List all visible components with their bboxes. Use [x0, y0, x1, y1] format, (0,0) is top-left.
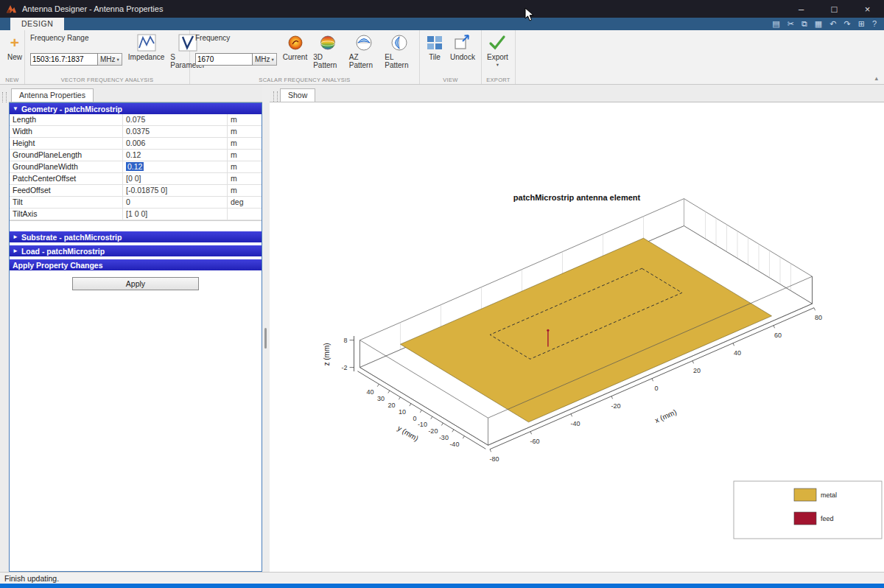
- frequency-label: Frequency: [195, 34, 277, 42]
- legend-swatch-metal: [794, 489, 816, 501]
- close-button[interactable]: ×: [851, 0, 884, 18]
- y-tick-label: 20: [387, 402, 395, 409]
- panel-splitter[interactable]: [262, 85, 270, 572]
- minimize-button[interactable]: –: [785, 0, 818, 18]
- help-icon[interactable]: ?: [872, 18, 877, 30]
- undock-button[interactable]: Undock: [447, 32, 478, 61]
- y-tick-mark: [399, 397, 400, 399]
- chevron-down-icon: ▾: [272, 57, 274, 63]
- tab-antenna-properties[interactable]: Antenna Properties: [11, 88, 94, 102]
- legend-label-metal: metal: [821, 491, 837, 499]
- property-row: GroundPlaneWidth0.12m: [10, 161, 262, 173]
- property-value[interactable]: [0 0]: [123, 173, 228, 184]
- application-window: Antenna Designer - Antenna Properties –□…: [0, 0, 884, 588]
- property-row: Length0.075m: [10, 114, 262, 126]
- pattern-3d-button[interactable]: 3D Pattern: [310, 32, 346, 69]
- y-tick-label: 10: [399, 408, 406, 416]
- antenna-3d-figure[interactable]: -80-60-40-20020406080403020100-10-20-30-…: [278, 102, 884, 572]
- redo-icon[interactable]: ↷: [843, 18, 850, 30]
- property-name: GroundPlaneLength: [10, 150, 123, 161]
- undock-icon: [453, 33, 472, 52]
- x-tick-label: -60: [530, 438, 539, 445]
- property-row: Height0.006m: [10, 138, 262, 150]
- workspace: Antenna Properties ▼ Geometry - patchMic…: [0, 85, 884, 572]
- undo-icon[interactable]: ↶: [829, 18, 836, 30]
- y-tick-label: -30: [439, 434, 449, 441]
- property-unit: deg: [228, 197, 262, 208]
- property-value[interactable]: [-0.01875 0]: [123, 185, 228, 196]
- section-label-scalar: SCALAR FREQUENCY ANALYSIS: [190, 77, 419, 83]
- export-button[interactable]: Export ▾: [484, 32, 511, 68]
- impedance-button[interactable]: Impedance: [125, 32, 167, 61]
- x-tick-label: 40: [734, 349, 741, 357]
- az-pattern-button[interactable]: AZ Pattern: [346, 32, 382, 69]
- x-tick-mark: [490, 449, 491, 452]
- new-plus-icon: +: [5, 33, 24, 52]
- antenna-properties-panel: Antenna Properties ▼ Geometry - patchMic…: [9, 85, 262, 572]
- splitter-thumb[interactable]: [264, 328, 267, 349]
- tile-button[interactable]: Tile: [422, 32, 447, 61]
- window-title: Antenna Designer - Antenna Properties: [22, 4, 163, 13]
- collapse-ribbon-icon[interactable]: ▴: [874, 74, 878, 82]
- left-panel-tabstrip: Antenna Properties: [9, 85, 262, 102]
- property-unit: m: [228, 185, 262, 196]
- property-value[interactable]: 0.0375: [123, 126, 228, 137]
- new-button[interactable]: + New: [2, 32, 27, 61]
- apply-button[interactable]: Apply: [72, 277, 199, 290]
- y-axis-label: y (mm): [396, 424, 420, 443]
- impedance-plot-icon: [137, 33, 156, 52]
- property-value[interactable]: [1 0 0]: [123, 209, 228, 220]
- x-tick-mark: [530, 432, 532, 435]
- property-unit: m: [228, 173, 262, 184]
- property-name: GroundPlaneWidth: [10, 161, 123, 172]
- property-value[interactable]: 0.006: [123, 138, 228, 149]
- property-unit: m: [228, 138, 262, 149]
- cut-icon[interactable]: ✂: [787, 18, 794, 30]
- y-tick-mark: [452, 430, 454, 432]
- x-tick-mark: [692, 361, 694, 364]
- tab-show[interactable]: Show: [280, 88, 315, 102]
- geometry-section-header[interactable]: ▼ Geometry - patchMicrostrip: [10, 103, 262, 114]
- x-tick-label: 0: [654, 385, 658, 392]
- titlebar: Antenna Designer - Antenna Properties –□…: [0, 0, 884, 18]
- load-section-header[interactable]: ► Load - patchMicrostrip: [10, 245, 262, 256]
- z-tick-label: 8: [343, 337, 347, 344]
- property-table: Length0.075mWidth0.0375mHeight0.006mGrou…: [10, 114, 262, 221]
- paste-icon[interactable]: ▦: [815, 18, 822, 30]
- bottom-accent-bar: [0, 584, 884, 588]
- panel-grip-icon: [2, 92, 7, 102]
- matlab-logo-icon: [6, 4, 17, 15]
- x-tick-label: 60: [774, 332, 782, 339]
- z-tick-label: -2: [341, 364, 347, 371]
- property-value[interactable]: 0.075: [123, 114, 228, 125]
- feed-dot: [547, 329, 549, 332]
- layout-icon[interactable]: ⊞: [858, 18, 865, 30]
- section-label-view: VIEW: [420, 77, 481, 83]
- x-tick-mark: [571, 414, 572, 417]
- substrate-section-header[interactable]: ► Substrate - patchMicrostrip: [10, 231, 262, 242]
- property-unit: m: [228, 126, 262, 137]
- ribbon-section-export: Export ▾ EXPORT: [482, 30, 516, 84]
- x-tick-mark: [611, 396, 613, 399]
- y-tick-mark: [441, 423, 443, 425]
- property-value[interactable]: 0.12: [123, 150, 228, 161]
- el-pattern-button[interactable]: EL Pattern: [382, 32, 417, 69]
- frequency-range-unit-dropdown[interactable]: MHz▾: [98, 53, 122, 66]
- property-value[interactable]: 0: [123, 197, 228, 208]
- save-icon[interactable]: ▤: [772, 18, 779, 30]
- copy-icon[interactable]: ⧉: [801, 18, 807, 30]
- chevron-down-icon: ▾: [117, 57, 119, 63]
- frequency-range-input[interactable]: [30, 53, 98, 66]
- frequency-input[interactable]: [195, 53, 253, 66]
- pattern-3d-icon: [318, 33, 337, 52]
- tab-design[interactable]: DESIGN: [10, 18, 64, 30]
- current-button[interactable]: Current: [280, 32, 310, 61]
- frequency-unit-dropdown[interactable]: MHz▾: [253, 53, 277, 66]
- property-unit: m: [228, 150, 262, 161]
- property-value[interactable]: 0.12: [123, 161, 228, 172]
- maximize-button[interactable]: □: [818, 0, 851, 18]
- tile-icon: [425, 33, 444, 52]
- property-row: Width0.0375m: [10, 126, 262, 138]
- ribbon-section-vector: Frequency Range MHz▾ Impedance S Pa: [25, 30, 190, 84]
- section-label-vector: VECTOR FREQUENCY ANALYSIS: [25, 77, 189, 83]
